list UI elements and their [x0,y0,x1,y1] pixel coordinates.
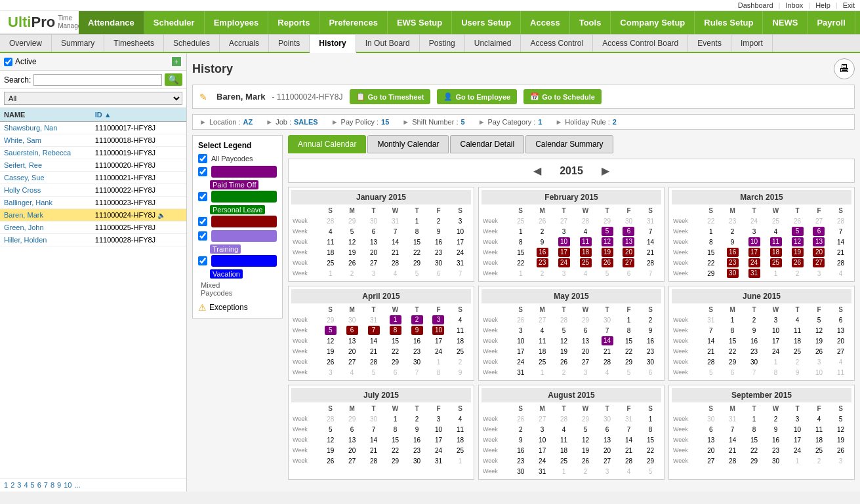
table-row[interactable]: Sauerstein, Rebecca 111000019-HFY8J [0,147,186,159]
nav-hw-devices[interactable]: HW Devices [855,11,860,34]
nav-rules-setup[interactable]: Rules Setup [695,11,763,34]
goto-timesheet-button[interactable]: 📋 Go to Timesheet [350,89,431,104]
id-column-header[interactable]: ID ▲ [91,108,186,122]
active-checkbox[interactable] [4,58,12,66]
nav-payroll[interactable]: Payroll [808,11,855,34]
table-row[interactable]: Hiller, Holden 111000028-HFY8J [0,234,186,246]
tab-summary[interactable]: Summary [52,35,104,52]
march-calendar: March 2015 SMTWTFS Week22232425262728 We… [668,187,855,282]
page-more[interactable]: ... [74,481,80,489]
nav-users-setup[interactable]: Users Setup [452,11,521,34]
shift-value[interactable]: 5 [461,118,465,126]
employee-name-link[interactable]: Holly Cross [4,186,41,194]
employee-name-link[interactable]: Baren, Mark [4,211,43,219]
nav-news[interactable]: NEWS [763,11,808,34]
tab-access-control[interactable]: Access Control [521,35,593,52]
page-2[interactable]: 2 [10,481,14,489]
nav-employees[interactable]: Employees [205,11,269,34]
tab-access-control-board[interactable]: Access Control Board [593,35,688,52]
employee-name-link[interactable]: Green, John [4,223,44,231]
employee-name-link[interactable]: White, Sam [4,136,41,144]
tab-calendar-summary[interactable]: Calendar Summary [525,135,613,153]
add-button[interactable]: + [171,56,182,68]
goto-employee-button[interactable]: 👤 Go to Employee [437,89,517,104]
pay-category-value[interactable]: 1 [538,118,542,126]
tab-points[interactable]: Points [269,35,310,52]
tab-history[interactable]: History [310,35,356,53]
prev-year-button[interactable]: ◀ [528,163,546,178]
inbox-link[interactable]: Inbox [785,1,803,9]
employee-name-link[interactable]: Sauerstein, Rebecca [4,149,71,157]
table-row[interactable]: Ballinger, Hank 111000023-HFY8J [0,197,186,209]
tab-accruals[interactable]: Accruals [220,35,269,52]
search-button[interactable]: 🔍 [165,73,182,86]
nav-ews-setup[interactable]: EWS Setup [388,11,452,34]
page-1[interactable]: 1 [4,481,8,489]
nav-access[interactable]: Access [521,11,570,34]
tab-calendar-detail[interactable]: Calendar Detail [450,135,524,153]
help-link[interactable]: Help [815,1,830,9]
training-checkbox[interactable] [198,231,207,241]
pay-policy-value[interactable]: 15 [381,118,389,126]
nav-reports[interactable]: Reports [268,11,319,34]
print-button[interactable]: 🖶 [834,58,855,79]
tab-in-out-board[interactable]: In Out Board [356,35,420,52]
table-row[interactable]: Shawsburg, Nan 111000017-HFY8J [0,122,186,134]
january-title: January 2015 [291,190,471,204]
pl-checkbox[interactable] [198,192,207,201]
page-9[interactable]: 9 [57,481,61,489]
nav-attendance[interactable]: Attendance [79,11,144,34]
next-year-button[interactable]: ▶ [596,163,615,178]
tab-annual-calendar[interactable]: Annual Calendar [288,135,366,153]
tab-overview[interactable]: Overview [0,35,52,52]
goto-schedule-button[interactable]: 📅 Go to Schedule [523,89,602,104]
table-row[interactable]: Seifert, Ree 111000020-HFY8J [0,159,186,172]
filter-select[interactable]: All [4,92,182,105]
tab-posting[interactable]: Posting [420,35,465,52]
all-paycodes-checkbox[interactable] [198,154,207,163]
name-column-header[interactable]: NAME [0,108,91,122]
july-calendar: July 2015 SMTWTFS Week2829301234 Week567… [288,385,474,480]
table-row[interactable]: Cassey, Sue 111000021-HFY8J [0,172,186,184]
pto-checkbox[interactable] [198,167,207,176]
search-input[interactable] [33,74,162,86]
page-6[interactable]: 6 [37,481,41,489]
employee-name-link[interactable]: Hiller, Holden [4,236,47,244]
nav-company-setup[interactable]: Company Setup [611,11,695,34]
table-row[interactable]: Holly Cross 111000022-HFY8J [0,184,186,197]
employee-name-link[interactable]: Shawsburg, Nan [4,124,57,132]
other-color [211,216,277,227]
exit-link[interactable]: Exit [843,1,855,9]
table-row[interactable]: Green, John 111000025-HFY8J [0,222,186,234]
other-checkbox[interactable] [198,217,207,226]
employee-name-link[interactable]: Seifert, Ree [4,161,42,169]
tab-schedules[interactable]: Schedules [164,35,220,52]
table-row[interactable]: Baren, Mark 111000024-HFY8J 🔈 [0,209,186,222]
nav-tools[interactable]: Tools [570,11,611,34]
employee-name-link[interactable]: Cassey, Sue [4,174,45,182]
table-row[interactable]: White, Sam 111000018-HFY8J [0,134,186,147]
page-3[interactable]: 3 [17,481,21,489]
year-label: 2015 [560,165,583,177]
dashboard-link[interactable]: Dashboard [738,1,773,9]
page-7[interactable]: 7 [44,481,48,489]
september-calendar: September 2015 SMTWTFS Week303112345 Wee… [668,385,855,480]
location-value[interactable]: AZ [243,118,253,126]
job-value[interactable]: SALES [294,118,318,126]
page-4[interactable]: 4 [24,481,28,489]
tab-events[interactable]: Events [688,35,731,52]
tab-unclaimed[interactable]: Unclaimed [465,35,522,52]
timesheet-icon: 📋 [356,92,365,101]
nav-scheduler[interactable]: Scheduler [144,11,205,34]
tab-monthly-calendar[interactable]: Monthly Calendar [367,135,449,153]
employee-name-link[interactable]: Ballinger, Hank [4,199,52,206]
page-8[interactable]: 8 [51,481,54,489]
holiday-rule-value[interactable]: 2 [613,118,617,126]
tab-timesheets[interactable]: Timesheets [104,35,164,52]
page-10[interactable]: 10 [64,481,72,489]
nav-preferences[interactable]: Preferences [319,11,387,34]
vacation-checkbox[interactable] [198,256,207,265]
tab-import[interactable]: Import [731,35,773,52]
employee-id-cell: 111000019-HFY8J [91,147,186,159]
page-5[interactable]: 5 [31,481,35,489]
